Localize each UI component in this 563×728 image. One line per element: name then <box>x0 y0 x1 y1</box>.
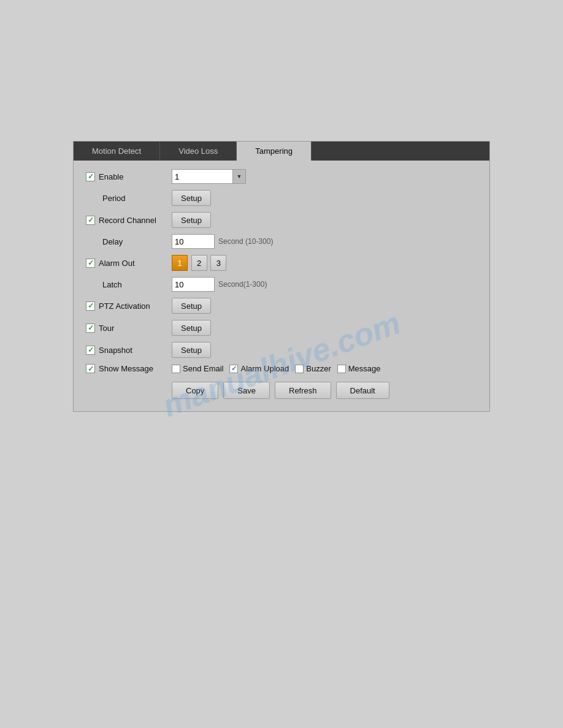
latch-label-col: Latch <box>86 280 172 289</box>
latch-label: Latch <box>102 280 122 289</box>
period-label-col: Period <box>86 194 172 203</box>
alarm-btn-1[interactable]: 1 <box>172 255 188 271</box>
send-email-label: Send Email <box>183 364 223 373</box>
period-row: Period Setup <box>86 190 477 206</box>
enable-row: Enable 1 <box>86 169 477 184</box>
send-email-item: Send Email <box>172 364 223 373</box>
alarm-out-label: Alarm Out <box>99 259 135 268</box>
alarm-upload-checkbox[interactable] <box>229 365 238 373</box>
record-channel-row: Record Channel Setup <box>86 212 477 228</box>
tour-setup-button[interactable]: Setup <box>172 320 211 336</box>
show-message-label: Show Message <box>99 364 153 373</box>
show-message-options: Send Email Alarm Upload Buzzer Message <box>172 364 380 373</box>
tour-row: Tour Setup <box>86 320 477 336</box>
ptz-label-col: PTZ Activation <box>86 301 172 311</box>
buzzer-checkbox[interactable] <box>295 365 304 373</box>
message-checkbox[interactable] <box>337 365 346 373</box>
delay-row: Delay Second (10-300) <box>86 234 477 249</box>
bottom-buttons: Copy Save Refresh Default <box>86 382 477 399</box>
delay-input[interactable] <box>172 234 215 249</box>
record-channel-checkbox[interactable] <box>86 216 95 225</box>
tour-label-col: Tour <box>86 324 172 333</box>
tour-checkbox[interactable] <box>86 324 95 333</box>
show-message-row: Show Message Send Email Alarm Upload Buz… <box>86 364 477 373</box>
snapshot-label-col: Snapshot <box>86 346 172 355</box>
alarm-btn-3[interactable]: 3 <box>210 255 226 271</box>
latch-row: Latch Second(1-300) <box>86 277 477 292</box>
tab-motion-detect[interactable]: Motion Detect <box>74 142 160 161</box>
form-content: Enable 1 Period Setup <box>74 161 489 411</box>
buzzer-item: Buzzer <box>295 364 331 373</box>
buzzer-label: Buzzer <box>306 364 331 373</box>
delay-hint: Second (10-300) <box>218 237 273 246</box>
enable-label-col: Enable <box>86 172 172 181</box>
latch-input[interactable] <box>172 277 215 292</box>
delay-label-col: Delay <box>86 237 172 246</box>
record-channel-setup-button[interactable]: Setup <box>172 212 211 228</box>
latch-hint: Second(1-300) <box>218 280 267 289</box>
snapshot-label: Snapshot <box>99 346 132 355</box>
delay-label: Delay <box>102 237 123 246</box>
enable-select[interactable]: 1 <box>172 169 233 184</box>
alarm-upload-label: Alarm Upload <box>240 364 289 373</box>
ptz-activation-label: PTZ Activation <box>99 301 150 311</box>
tab-tampering[interactable]: Tampering <box>237 142 312 161</box>
snapshot-setup-button[interactable]: Setup <box>172 342 211 358</box>
enable-label: Enable <box>99 172 123 181</box>
tour-label: Tour <box>99 324 114 333</box>
snapshot-checkbox[interactable] <box>86 346 95 355</box>
ptz-activation-checkbox[interactable] <box>86 301 95 311</box>
record-channel-label: Record Channel <box>99 216 156 225</box>
show-message-label-col: Show Message <box>86 364 172 373</box>
alarm-out-label-col: Alarm Out <box>86 259 172 268</box>
alarm-upload-item: Alarm Upload <box>229 364 289 373</box>
message-item: Message <box>337 364 381 373</box>
record-channel-label-col: Record Channel <box>86 216 172 225</box>
copy-button[interactable]: Copy <box>172 382 218 399</box>
save-button[interactable]: Save <box>223 382 270 399</box>
send-email-checkbox[interactable] <box>172 365 180 373</box>
enable-checkbox[interactable] <box>86 172 95 181</box>
enable-select-arrow[interactable] <box>232 169 246 184</box>
alarm-out-checkbox[interactable] <box>86 259 95 268</box>
enable-select-wrapper: 1 <box>172 169 246 184</box>
show-message-checkbox[interactable] <box>86 364 95 373</box>
default-button[interactable]: Default <box>336 382 389 399</box>
alarm-out-row: Alarm Out 1 2 3 <box>86 255 477 271</box>
main-panel: Motion Detect Video Loss Tampering Enabl… <box>73 141 490 412</box>
alarm-btn-2[interactable]: 2 <box>191 255 207 271</box>
snapshot-row: Snapshot Setup <box>86 342 477 358</box>
tab-bar: Motion Detect Video Loss Tampering <box>74 142 489 161</box>
tab-video-loss[interactable]: Video Loss <box>160 142 237 161</box>
period-setup-button[interactable]: Setup <box>172 190 211 206</box>
message-label: Message <box>348 364 381 373</box>
ptz-activation-row: PTZ Activation Setup <box>86 298 477 314</box>
period-label: Period <box>102 194 126 203</box>
refresh-button[interactable]: Refresh <box>275 382 331 399</box>
ptz-activation-setup-button[interactable]: Setup <box>172 298 211 314</box>
alarm-buttons: 1 2 3 <box>172 255 228 271</box>
